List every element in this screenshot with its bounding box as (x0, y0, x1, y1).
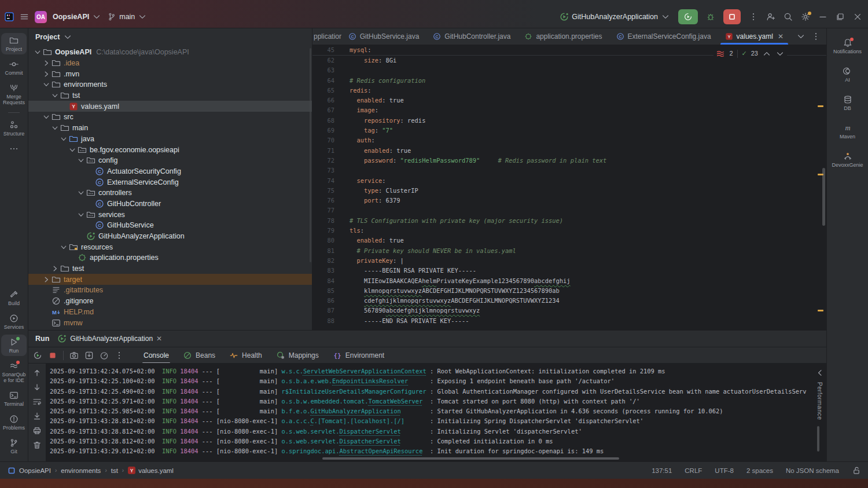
tree-collapse-chevron[interactable] (76, 156, 86, 165)
performance-side-tab[interactable]: Performance (815, 368, 825, 420)
logger-link[interactable]: ServletWebServerApplicationContext (303, 368, 426, 375)
logger-link[interactable]: EndpointLinksResolver (332, 377, 408, 384)
tree-item-oopsieapi[interactable]: OopsieAPI C:\data\code\java\OopsieAPI (28, 47, 312, 58)
settings-gear-icon[interactable] (801, 12, 810, 21)
tool-button-services[interactable]: Services (1, 311, 27, 332)
console-horizontal-scrollbar[interactable] (322, 457, 619, 460)
tree-item-services[interactable]: services (28, 209, 312, 220)
tree-item-target[interactable]: target (28, 274, 312, 285)
console-vertical-scrollbar[interactable] (817, 426, 819, 452)
tree-item-config[interactable]: config (28, 155, 312, 166)
tool-button-sonarqube-for-ide[interactable]: SonarQube for IDE (1, 358, 27, 386)
editor-tab-githubcontroller-java[interactable]: C GitHubController.java (426, 28, 517, 45)
tree-item-environments[interactable]: environments (28, 79, 312, 90)
status-137-51[interactable]: 137:51 (652, 467, 672, 474)
logger-link[interactable]: GitHubAnalyzerApplication (310, 408, 400, 414)
tree-item-application-properties[interactable]: application.properties (28, 252, 312, 263)
status-crlf[interactable]: CRLF (685, 467, 702, 474)
run-view-tab-environment[interactable]: {} Environment (327, 348, 390, 362)
editor-tab-externalserviceconfig-java[interactable]: C ExternalServiceConfig.java (609, 28, 718, 45)
thread-dump-icon[interactable] (69, 351, 79, 360)
tree-item-idea[interactable]: .idea (28, 58, 312, 69)
soft-wrap-icon[interactable] (32, 397, 42, 406)
attach-icon[interactable] (84, 351, 94, 360)
inspections-widget[interactable]: 2 ✓ 23 (713, 48, 787, 59)
tree-item-resources[interactable]: resources (28, 241, 312, 252)
tree-item-controllers[interactable]: controllers (28, 188, 312, 199)
close-tab-icon[interactable]: ✕ (778, 32, 784, 41)
rerun-icon[interactable] (33, 351, 42, 360)
print-icon[interactable] (32, 426, 42, 435)
tool-button-maven[interactable]: m Maven (829, 120, 866, 142)
editor-scrollbar[interactable] (822, 168, 825, 226)
run-configuration-selector[interactable]: GitHubAnalyzerApplication (560, 12, 670, 21)
tree-item-main[interactable]: main (28, 123, 312, 134)
project-badge[interactable]: OA (35, 11, 47, 23)
close-tab-icon[interactable]: ✕ (156, 335, 162, 343)
tool-button-item[interactable] (1, 141, 27, 156)
breadcrumb-values-yaml[interactable]: Yvalues.yaml (128, 467, 174, 474)
tree-item-java[interactable]: java (28, 134, 312, 145)
tree-item-tst[interactable]: tst (28, 90, 312, 101)
tree-collapse-chevron[interactable] (76, 210, 86, 219)
editor-tab-application-properties[interactable]: application.properties (517, 28, 609, 45)
stop-button[interactable] (723, 9, 741, 24)
tree-item-be-fgov-economie-oopsieapi[interactable]: be.fgov.economie.oopsieapi (28, 144, 312, 155)
tree-item-githubservice[interactable]: C GitHubService (28, 220, 312, 231)
scroll-down-icon[interactable] (32, 383, 42, 392)
tree-item-help-md[interactable]: M HELP.md (28, 307, 312, 318)
tool-button-project[interactable]: Project (1, 33, 27, 54)
editor-tab-values-yaml[interactable]: Y values.yaml ✕ (718, 28, 790, 45)
tree-collapse-chevron[interactable] (59, 134, 68, 144)
code-with-me-icon[interactable] (766, 12, 775, 21)
tree-item-githubanalyzerapplication[interactable]: GitHubAnalyzerApplication (28, 231, 312, 242)
logger-link[interactable]: DispatcherServlet (340, 428, 401, 435)
project-tree-scrollbar[interactable] (310, 48, 311, 262)
tool-button-terminal[interactable]: Terminal (1, 388, 27, 409)
tree-expand-chevron[interactable] (42, 69, 51, 79)
minimize-window-icon[interactable] (818, 12, 827, 21)
breadcrumb-environments[interactable]: environments (61, 467, 101, 474)
logger-link[interactable]: DispatcherServlet (340, 438, 401, 445)
editor-tab-pplication-java[interactable]: pplication.java (312, 28, 341, 45)
editor-tab-githubservice-java[interactable]: C GitHubService.java (341, 28, 426, 45)
tree-item-gitattributes[interactable]: .gitattributes (28, 285, 312, 296)
project-panel-header[interactable]: Project (28, 28, 312, 46)
editor-pane[interactable]: 2 ✓ 23 45mysql:62 size: 8Gi6364# Redis c… (312, 45, 826, 330)
tree-collapse-chevron[interactable] (68, 145, 77, 155)
tool-button-merge-requests[interactable]: Merge Requests (1, 80, 27, 108)
tree-item-values-yaml[interactable]: Y values.yaml (28, 101, 312, 112)
project-selector[interactable]: OopsieAPI (53, 12, 101, 21)
tree-item-mvnw[interactable]: mvnw (28, 317, 312, 328)
close-window-icon[interactable] (853, 12, 862, 21)
profiler-icon[interactable] (100, 351, 109, 360)
scroll-up-icon[interactable] (32, 368, 42, 377)
next-issue-icon[interactable] (775, 49, 785, 58)
tree-collapse-chevron[interactable] (50, 91, 60, 100)
tree-item-mvn[interactable]: .mvn (28, 68, 312, 79)
tree-expand-chevron[interactable] (42, 275, 51, 284)
lock-icon[interactable] (852, 466, 861, 475)
tree-collapse-chevron[interactable] (50, 123, 60, 133)
console-output[interactable]: 2025-09-19T13:42:24.075+02:00 INFO 18404… (46, 364, 826, 461)
tool-button-ai[interactable]: AI (829, 64, 866, 85)
tree-collapse-chevron[interactable] (59, 243, 68, 252)
tool-button-devoxxgenie[interactable]: DevoxxGenie (829, 149, 866, 170)
tree-item-externalserviceconfig[interactable]: C ExternalServiceConfig (28, 177, 312, 188)
tree-collapse-chevron[interactable] (42, 112, 51, 122)
ide-logo-icon[interactable] (5, 12, 14, 21)
status-no-json-schema[interactable]: No JSON schema (786, 467, 839, 474)
scroll-to-end-icon[interactable] (32, 412, 42, 421)
logger-link[interactable]: r$InitializeUserDetailsManagerConfigurer (281, 388, 426, 395)
tool-button-problems[interactable]: Problems (1, 412, 27, 433)
run-view-tab-beans[interactable]: Beans (177, 348, 221, 362)
debug-button[interactable] (706, 12, 715, 21)
tree-item-githubcontroller[interactable]: C GitHubController (28, 199, 312, 210)
tool-button-build[interactable]: Build (1, 287, 27, 309)
branch-selector[interactable]: main (107, 12, 147, 21)
tool-button-structure[interactable]: Structure (1, 118, 27, 139)
tool-button-db[interactable]: DB (829, 92, 866, 113)
stop-process-icon[interactable] (48, 351, 57, 360)
warning-stripe-mark[interactable] (818, 174, 823, 175)
tool-button-git[interactable]: Git (1, 435, 27, 457)
